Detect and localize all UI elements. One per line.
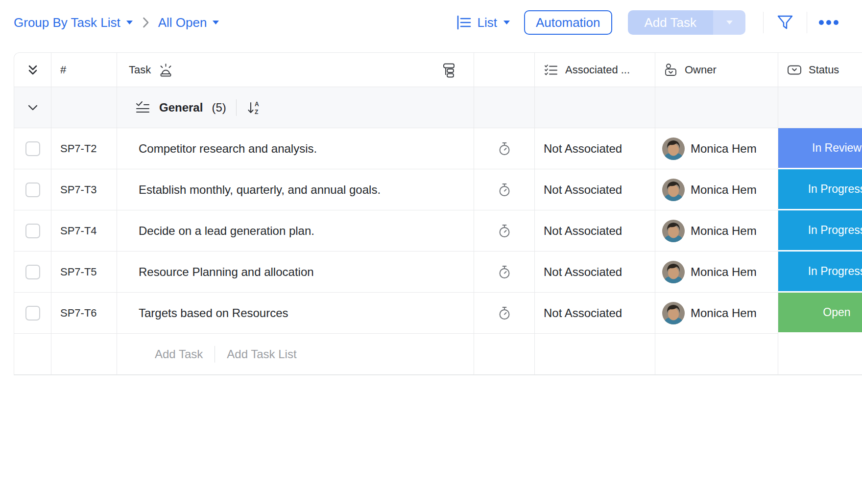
stopwatch-icon[interactable]	[498, 141, 511, 156]
toolbar-actions: List Automation Add Task	[456, 0, 850, 45]
owner-cell[interactable]: Monica Hem	[655, 128, 778, 169]
row-select-cell	[14, 252, 51, 293]
more-options-button[interactable]	[807, 0, 850, 45]
header-status-label: Status	[809, 64, 839, 76]
row-checkbox[interactable]	[25, 183, 40, 197]
stopwatch-icon[interactable]	[498, 265, 511, 279]
owner-cell[interactable]: Monica Hem	[655, 293, 778, 334]
add-task-list-button[interactable]: Add Task List	[227, 347, 296, 361]
timer-cell	[474, 252, 535, 293]
status-cell[interactable]: Open	[778, 293, 862, 334]
status-cell[interactable]: In Progress	[778, 169, 862, 210]
table-footer-row: Add Task Add Task List	[14, 334, 862, 375]
footer-empty-cell	[51, 334, 117, 375]
task-name[interactable]: Decide on a lead generation plan.	[139, 224, 314, 238]
owner-name: Monica Hem	[691, 224, 757, 238]
add-task-dropdown-button[interactable]	[713, 10, 745, 35]
task-list-page: { "toolbar": { "group_by_label": "Group …	[0, 0, 862, 504]
footer-divider	[215, 346, 215, 363]
expand-all-cell[interactable]	[14, 53, 51, 87]
table-row: SP7-T3 Establish monthly, quarterly, and…	[14, 169, 862, 210]
ellipsis-icon	[818, 20, 839, 25]
automation-button[interactable]: Automation	[524, 10, 612, 35]
owner-cell[interactable]: Monica Hem	[655, 210, 778, 252]
task-id: SP7-T4	[60, 225, 97, 237]
row-checkbox[interactable]	[25, 306, 40, 321]
row-checkbox[interactable]	[25, 141, 40, 156]
task-name[interactable]: Targets based on Resources	[139, 306, 288, 320]
associated-value: Not Associated	[544, 265, 622, 279]
status-cell[interactable]: In Progress	[778, 252, 862, 293]
header-task[interactable]: Task	[117, 53, 474, 87]
associated-cell[interactable]: Not Associated	[535, 128, 655, 169]
owner-name: Monica Hem	[691, 265, 757, 279]
add-task-inline-button[interactable]: Add Task	[155, 347, 203, 361]
group-header-row: General (5) A Z	[14, 87, 862, 128]
view-filter-label: All Open	[158, 15, 207, 30]
owner-cell[interactable]: Monica Hem	[655, 252, 778, 293]
task-id-cell: SP7-T4	[51, 210, 117, 252]
footer-empty-cell	[474, 334, 535, 375]
owner-person-icon	[664, 63, 678, 77]
view-mode-dropdown[interactable]: List	[456, 15, 510, 30]
header-owner[interactable]: Owner	[655, 53, 778, 87]
svg-text:A: A	[255, 101, 259, 108]
task-name[interactable]: Competitor research and analysis.	[139, 142, 317, 156]
row-select-cell	[14, 210, 51, 252]
group-empty-cell	[51, 87, 117, 128]
task-name-cell: Establish monthly, quarterly, and annual…	[117, 169, 474, 210]
caret-down-icon	[503, 20, 510, 25]
status-badge: In Review	[812, 141, 862, 155]
status-badge: In Progress	[808, 265, 862, 278]
view-mode-label: List	[478, 15, 497, 30]
task-id-cell: SP7-T6	[51, 293, 117, 334]
owner-avatar	[662, 261, 685, 283]
header-associated[interactable]: Associated ...	[535, 53, 655, 87]
task-list-icon	[135, 100, 150, 115]
group-empty-cell	[778, 87, 862, 128]
associated-value: Not Associated	[544, 224, 622, 238]
breadcrumb: Group By Task List All Open	[14, 0, 219, 45]
stopwatch-icon[interactable]	[498, 224, 511, 238]
filter-button[interactable]	[764, 0, 807, 45]
associated-cell[interactable]: Not Associated	[535, 252, 655, 293]
owner-cell[interactable]: Monica Hem	[655, 169, 778, 210]
group-collapse-cell[interactable]	[14, 87, 51, 128]
footer-empty-cell	[778, 334, 862, 375]
group-name[interactable]: General	[159, 101, 203, 115]
add-task-label: Add Task	[645, 15, 696, 30]
timer-cell	[474, 169, 535, 210]
associated-value: Not Associated	[544, 142, 622, 156]
task-name[interactable]: Resource Planning and allocation	[139, 265, 314, 279]
owner-name: Monica Hem	[691, 142, 757, 156]
owner-avatar	[662, 302, 685, 324]
header-status[interactable]: Status	[778, 53, 862, 87]
stopwatch-icon[interactable]	[498, 183, 511, 197]
row-checkbox[interactable]	[25, 224, 40, 238]
sort-az-icon[interactable]: A Z	[246, 99, 261, 116]
view-filter-dropdown[interactable]: All Open	[158, 15, 220, 30]
stopwatch-icon[interactable]	[498, 306, 511, 321]
associated-cell[interactable]: Not Associated	[535, 210, 655, 252]
status-cell[interactable]: In Progress	[778, 210, 862, 252]
status-cell[interactable]: In Review	[778, 128, 862, 169]
subtask-hierarchy-icon[interactable]	[441, 62, 457, 78]
header-task-label: Task	[129, 64, 151, 76]
automation-label: Automation	[536, 15, 600, 30]
associated-value: Not Associated	[544, 306, 622, 320]
row-select-cell	[14, 128, 51, 169]
header-id[interactable]: #	[51, 53, 117, 87]
add-task-button[interactable]: Add Task	[628, 10, 713, 35]
table-row: SP7-T5 Resource Planning and allocation …	[14, 252, 862, 293]
associated-cell[interactable]: Not Associated	[535, 293, 655, 334]
task-id-cell: SP7-T3	[51, 169, 117, 210]
task-name[interactable]: Establish monthly, quarterly, and annual…	[139, 183, 381, 197]
group-by-dropdown[interactable]: Group By Task List	[14, 15, 133, 30]
row-checkbox[interactable]	[25, 265, 40, 279]
owner-avatar	[662, 137, 685, 160]
table-header-row: # Task	[14, 53, 862, 87]
owner-name: Monica Hem	[691, 306, 757, 320]
group-by-label: Group By Task List	[14, 15, 120, 30]
task-id-cell: SP7-T2	[51, 128, 117, 169]
associated-cell[interactable]: Not Associated	[535, 169, 655, 210]
